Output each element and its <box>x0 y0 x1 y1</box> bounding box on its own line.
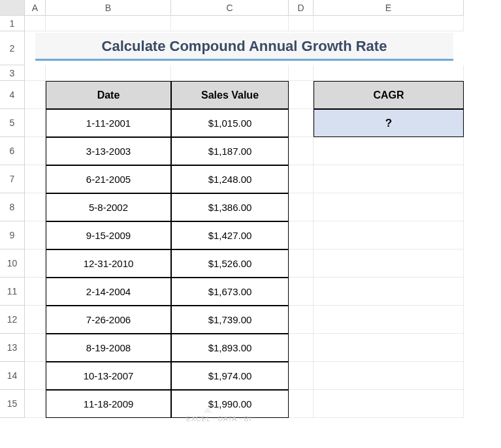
cagr-header[interactable]: CAGR <box>314 81 464 109</box>
row-header-14[interactable]: 14 <box>0 362 25 390</box>
cell-a15[interactable] <box>25 390 46 418</box>
cell-d9[interactable] <box>289 221 314 249</box>
row-header-11[interactable]: 11 <box>0 278 25 306</box>
cell-e9[interactable] <box>314 221 464 249</box>
table-row[interactable]: 7-26-2006 <box>46 306 171 334</box>
cell-d10[interactable] <box>289 249 314 278</box>
cell-e3[interactable] <box>314 65 464 81</box>
cell-e10[interactable] <box>314 249 464 278</box>
cell-d11[interactable] <box>289 278 314 306</box>
cell-d13[interactable] <box>289 334 314 362</box>
col-header-c[interactable]: C <box>171 0 289 16</box>
cell-e6[interactable] <box>314 137 464 165</box>
cell-e11[interactable] <box>314 278 464 306</box>
row-header-12[interactable]: 12 <box>0 306 25 334</box>
row-header-8[interactable]: 8 <box>0 193 25 221</box>
table-row[interactable]: $1,893.00 <box>171 334 289 362</box>
table-row[interactable]: $1,673.00 <box>171 278 289 306</box>
row-header-5[interactable]: 5 <box>0 109 25 137</box>
table-row[interactable]: 10-13-2007 <box>46 362 171 390</box>
watermark-icon <box>202 405 213 414</box>
cell-d4[interactable] <box>289 81 314 109</box>
cell-d15[interactable] <box>289 390 314 418</box>
row-header-15[interactable]: 15 <box>0 390 25 418</box>
cell-d5[interactable] <box>289 109 314 137</box>
cell-e13[interactable] <box>314 334 464 362</box>
table-row[interactable]: $1,187.00 <box>171 137 289 165</box>
cell-a1[interactable] <box>25 16 46 31</box>
col-header-b[interactable]: B <box>46 0 171 16</box>
table-row[interactable]: $1,248.00 <box>171 165 289 193</box>
cell-d7[interactable] <box>289 165 314 193</box>
row-header-13[interactable]: 13 <box>0 334 25 362</box>
cell-a4[interactable] <box>25 81 46 109</box>
select-all-corner[interactable] <box>0 0 25 16</box>
table-row[interactable]: 3-13-2003 <box>46 137 171 165</box>
title-cell[interactable]: Calculate Compound Annual Growth Rate <box>25 31 464 65</box>
page-title: Calculate Compound Annual Growth Rate <box>35 33 453 61</box>
cell-a11[interactable] <box>25 278 46 306</box>
table-header-date[interactable]: Date <box>46 81 171 109</box>
row-header-3[interactable]: 3 <box>0 65 25 81</box>
cell-e14[interactable] <box>314 362 464 390</box>
cell-e15[interactable] <box>314 390 464 418</box>
cell-a12[interactable] <box>25 306 46 334</box>
table-row[interactable]: 6-21-2005 <box>46 165 171 193</box>
table-row[interactable]: 8-19-2008 <box>46 334 171 362</box>
cell-d1[interactable] <box>289 16 314 31</box>
cell-a13[interactable] <box>25 334 46 362</box>
spreadsheet-grid: A B C D E 1 2 3 4 5 6 7 8 9 10 11 12 13 … <box>0 0 464 418</box>
cell-a7[interactable] <box>25 165 46 193</box>
cell-b1[interactable] <box>46 16 171 31</box>
row-header-1[interactable]: 1 <box>0 16 25 31</box>
cell-a8[interactable] <box>25 193 46 221</box>
table-row[interactable]: $1,974.00 <box>171 362 289 390</box>
watermark-text: EXCEL · DATA · BI <box>186 415 251 423</box>
cell-e7[interactable] <box>314 165 464 193</box>
cell-a5[interactable] <box>25 109 46 137</box>
cell-a3[interactable] <box>25 65 46 81</box>
table-row[interactable]: 1-11-2001 <box>46 109 171 137</box>
table-row[interactable]: $1,427.00 <box>171 221 289 249</box>
row-header-10[interactable]: 10 <box>0 249 25 278</box>
table-row[interactable]: 12-31-2010 <box>46 249 171 278</box>
cell-e12[interactable] <box>314 306 464 334</box>
table-row[interactable]: $1,526.00 <box>171 249 289 278</box>
table-row[interactable]: $1,015.00 <box>171 109 289 137</box>
row-header-7[interactable]: 7 <box>0 165 25 193</box>
col-header-e[interactable]: E <box>314 0 464 16</box>
cell-d8[interactable] <box>289 193 314 221</box>
cell-d14[interactable] <box>289 362 314 390</box>
cell-c1[interactable] <box>171 16 289 31</box>
row-header-4[interactable]: 4 <box>0 81 25 109</box>
row-header-9[interactable]: 9 <box>0 221 25 249</box>
table-row[interactable]: $1,739.00 <box>171 306 289 334</box>
col-header-a[interactable]: A <box>25 0 46 16</box>
cell-a10[interactable] <box>25 249 46 278</box>
table-header-sales[interactable]: Sales Value <box>171 81 289 109</box>
cell-d3[interactable] <box>289 65 314 81</box>
row-header-6[interactable]: 6 <box>0 137 25 165</box>
table-row[interactable]: $1,990.00 <box>171 390 289 418</box>
cell-d6[interactable] <box>289 137 314 165</box>
cell-b3[interactable] <box>46 65 171 81</box>
table-row[interactable]: 2-14-2004 <box>46 278 171 306</box>
col-header-d[interactable]: D <box>289 0 314 16</box>
cell-a6[interactable] <box>25 137 46 165</box>
cell-a14[interactable] <box>25 362 46 390</box>
table-row[interactable]: $1,386.00 <box>171 193 289 221</box>
cagr-value-cell[interactable]: ? <box>314 109 464 137</box>
cell-a9[interactable] <box>25 221 46 249</box>
table-row[interactable]: 11-18-2009 <box>46 390 171 418</box>
row-header-2[interactable]: 2 <box>0 31 25 65</box>
table-row[interactable]: 5-8-2002 <box>46 193 171 221</box>
cell-d12[interactable] <box>289 306 314 334</box>
cell-e8[interactable] <box>314 193 464 221</box>
table-row[interactable]: 9-15-2009 <box>46 221 171 249</box>
cell-e1[interactable] <box>314 16 464 31</box>
cell-c3[interactable] <box>171 65 289 81</box>
